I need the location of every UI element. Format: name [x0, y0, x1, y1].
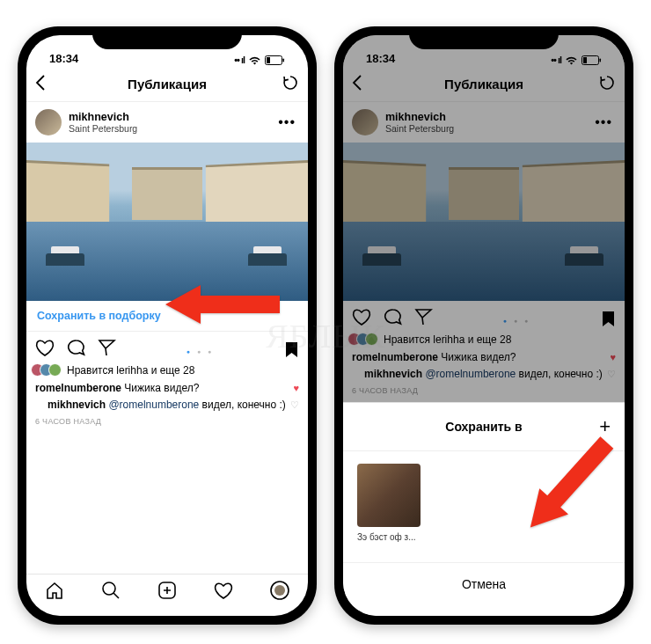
- svg-rect-1: [283, 58, 285, 62]
- share-icon[interactable]: [98, 339, 116, 360]
- comment-row[interactable]: romelnumberone Чижика видел? ♥: [26, 380, 308, 397]
- notch: [409, 26, 559, 49]
- svg-rect-2: [267, 57, 270, 63]
- wifi-icon: [565, 55, 578, 65]
- refresh-icon[interactable]: [278, 74, 299, 95]
- collection-thumb: [357, 464, 421, 527]
- add-post-icon[interactable]: [157, 581, 177, 600]
- back-icon[interactable]: [35, 73, 56, 96]
- profile-icon[interactable]: [270, 581, 289, 600]
- bookmark-icon[interactable]: [284, 340, 299, 358]
- svg-marker-7: [165, 285, 280, 324]
- bottom-nav: [26, 574, 308, 616]
- status-time: 18:34: [366, 52, 395, 65]
- battery-icon: [582, 55, 602, 65]
- comment-like-icon[interactable]: ♡: [290, 399, 299, 412]
- carousel-dots-icon: ● ● ●: [187, 348, 215, 355]
- annotation-arrow: [165, 280, 280, 329]
- signal-icon: •• ıl: [551, 55, 561, 65]
- comment-like-icon[interactable]: ♥: [293, 382, 299, 395]
- comment-reply-row[interactable]: mikhnevich @romelnumberone видел, конечн…: [26, 397, 308, 413]
- modal-overlay[interactable]: [343, 35, 625, 412]
- annotation-arrow: [513, 431, 618, 545]
- search-nav-icon[interactable]: [101, 581, 121, 600]
- home-indicator[interactable]: [114, 618, 220, 621]
- post-location[interactable]: Saint Petersburg: [69, 123, 271, 134]
- save-to-collection-link[interactable]: Сохранить в подборку: [37, 310, 161, 322]
- notch: [92, 26, 242, 49]
- like-icon[interactable]: [35, 339, 55, 360]
- svg-rect-10: [583, 57, 587, 63]
- page-title: Публикация: [128, 77, 207, 91]
- likes-row[interactable]: Нравится lerihha и еще 28: [26, 363, 308, 380]
- post-actions: ● ● ●: [26, 332, 308, 363]
- cancel-button[interactable]: Отмена: [343, 562, 625, 616]
- more-options-icon[interactable]: •••: [278, 114, 299, 130]
- post-header: mikhnevich Saint Petersburg •••: [26, 102, 308, 143]
- svg-rect-9: [600, 58, 602, 62]
- app-bar: Публикация: [26, 67, 308, 102]
- wifi-icon: [248, 55, 261, 65]
- likes-text: Нравится lerihha и еще 28: [67, 364, 194, 377]
- phone-left: 18:34 •• ıl Публикация: [18, 26, 317, 625]
- home-icon[interactable]: [45, 581, 64, 600]
- phone-right: 18:34 •• ıl Публикация: [334, 26, 633, 625]
- comment-icon[interactable]: [67, 339, 85, 360]
- home-indicator[interactable]: [431, 618, 537, 621]
- status-time: 18:34: [49, 52, 78, 65]
- like-avatars: [35, 363, 62, 377]
- signal-icon: •• ıl: [234, 55, 245, 65]
- battery-icon: [265, 55, 285, 65]
- svg-point-6: [274, 585, 285, 596]
- svg-point-3: [103, 582, 115, 595]
- post-timestamp: 6 ЧАСОВ НАЗАД: [26, 413, 308, 429]
- collection-label: Зэ бэст оф з...: [357, 532, 421, 542]
- post-photo[interactable]: [26, 143, 308, 301]
- activity-icon[interactable]: [214, 581, 233, 600]
- svg-marker-11: [516, 431, 618, 540]
- collection-item[interactable]: Зэ бэст оф з...: [357, 464, 421, 550]
- avatar[interactable]: [35, 109, 62, 135]
- post-username[interactable]: mikhnevich: [69, 111, 271, 123]
